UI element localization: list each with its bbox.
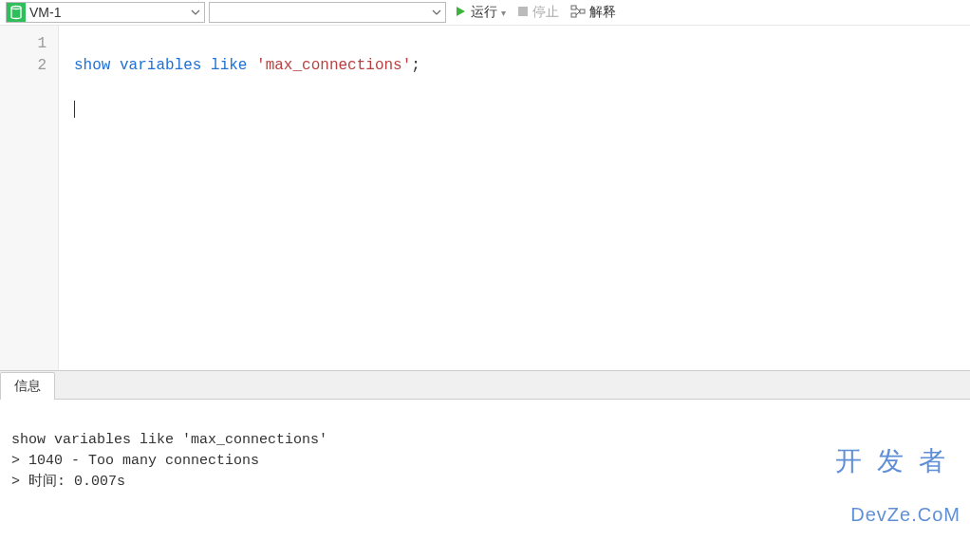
toolbar: VM-1 运行 ▾ 停止 解释 (0, 0, 970, 25)
output-line: show variables like 'max_connections' (11, 432, 327, 448)
sql-editor[interactable]: 1 2 show variables like 'max_connections… (0, 25, 970, 370)
chevron-down-icon (428, 8, 445, 17)
run-label: 运行 (471, 4, 497, 21)
stop-icon (517, 5, 529, 20)
connection-label: VM-1 (26, 5, 187, 20)
output-text[interactable]: show variables like 'max_connections' > … (0, 400, 970, 560)
stop-button[interactable]: 停止 (513, 2, 563, 23)
code-line: show variables like 'max_connections'; (74, 55, 970, 77)
svg-rect-1 (571, 6, 576, 9)
chevron-down-icon (187, 8, 204, 17)
code-line (74, 99, 970, 121)
output-panel: 信息 show variables like 'max_connections'… (0, 370, 970, 560)
code-area[interactable]: show variables like 'max_connections'; (59, 26, 970, 370)
line-number: 1 (0, 33, 58, 55)
output-line: > 1040 - Too many connections (11, 453, 259, 469)
database-dropdown[interactable] (209, 2, 446, 23)
watermark-cn: 开发者 (835, 447, 961, 475)
connection-icon (7, 3, 26, 22)
svg-rect-3 (580, 9, 585, 13)
output-line: > 时间: 0.007s (11, 474, 125, 490)
watermark: 开发者 DevZe.CoM (835, 417, 961, 554)
svg-rect-2 (571, 13, 576, 17)
connection-dropdown[interactable]: VM-1 (6, 2, 205, 23)
svg-rect-0 (518, 7, 528, 16)
stop-label: 停止 (532, 4, 559, 21)
explain-label: 解释 (589, 4, 616, 21)
tab-info[interactable]: 信息 (0, 372, 55, 400)
play-icon (454, 5, 467, 21)
line-number: 2 (0, 55, 58, 77)
explain-button[interactable]: 解释 (567, 2, 620, 23)
dropdown-caret-icon: ▾ (501, 8, 506, 18)
line-gutter: 1 2 (0, 26, 59, 370)
explain-icon (570, 5, 586, 21)
output-tabs: 信息 (0, 371, 970, 400)
watermark-en: DevZe.CoM (835, 505, 961, 525)
run-button[interactable]: 运行 ▾ (450, 2, 510, 23)
